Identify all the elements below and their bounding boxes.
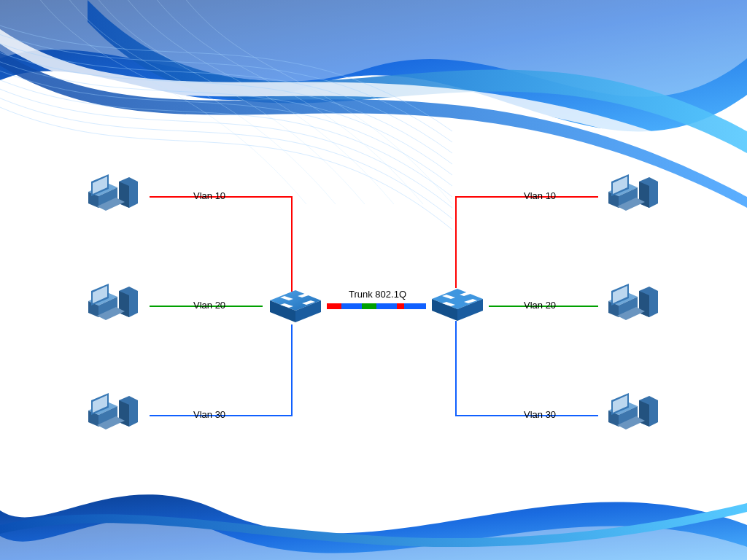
network-diagram bbox=[0, 0, 747, 560]
pc-left-2 bbox=[84, 281, 142, 332]
svg-rect-4 bbox=[397, 303, 404, 309]
pc-right-3 bbox=[604, 390, 662, 441]
label-vlan20-right: Vlan 20 bbox=[524, 300, 556, 311]
switch-right bbox=[425, 283, 490, 327]
switch-left bbox=[263, 284, 328, 328]
trunk-link bbox=[327, 303, 426, 309]
label-vlan30-right: Vlan 30 bbox=[524, 409, 556, 420]
label-vlan10-left: Vlan 10 bbox=[193, 190, 225, 201]
label-vlan10-right: Vlan 10 bbox=[524, 190, 556, 201]
svg-rect-3 bbox=[376, 303, 397, 309]
label-vlan30-left: Vlan 30 bbox=[193, 409, 225, 420]
label-vlan20-left: Vlan 20 bbox=[193, 300, 225, 311]
pc-left-1 bbox=[84, 171, 142, 222]
svg-rect-1 bbox=[341, 303, 362, 309]
pc-left-3 bbox=[84, 390, 142, 441]
svg-rect-0 bbox=[327, 303, 341, 309]
svg-rect-2 bbox=[362, 303, 376, 309]
pc-right-1 bbox=[604, 171, 662, 222]
label-trunk: Trunk 802.1Q bbox=[349, 289, 406, 300]
pc-right-2 bbox=[604, 281, 662, 332]
svg-rect-5 bbox=[404, 303, 426, 309]
